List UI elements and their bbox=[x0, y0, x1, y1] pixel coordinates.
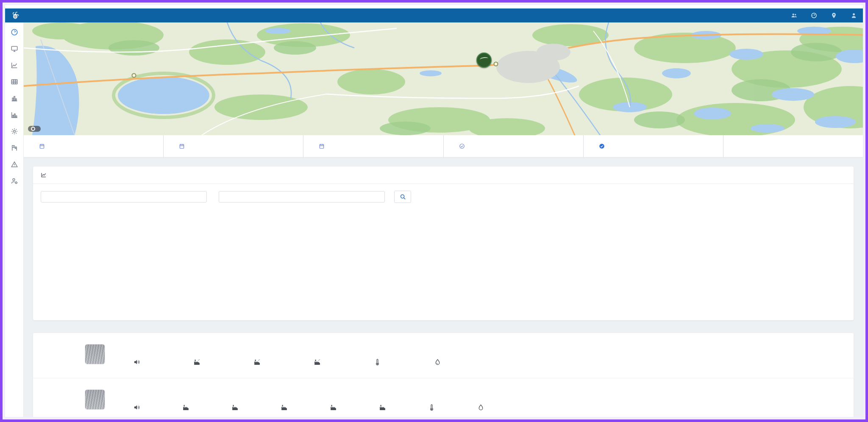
legend-item-sb95mk[interactable] bbox=[424, 312, 436, 313]
sidebar-item-alerts[interactable] bbox=[11, 161, 18, 168]
metric-pm25 bbox=[231, 393, 264, 411]
table-icon bbox=[11, 78, 18, 86]
sidebar-item-histogram[interactable] bbox=[11, 111, 18, 119]
nav-all-users[interactable] bbox=[791, 12, 800, 19]
metric-temperature bbox=[374, 347, 415, 366]
histogram-icon bbox=[11, 111, 18, 119]
navigator-labels bbox=[41, 295, 846, 308]
factory-icon bbox=[379, 404, 386, 411]
metric-pm1 bbox=[314, 347, 354, 366]
sidebar-item-settings[interactable] bbox=[11, 128, 18, 135]
to-date-input[interactable] bbox=[219, 191, 385, 203]
timeseries-chart[interactable] bbox=[41, 210, 846, 285]
gear-icon bbox=[11, 128, 18, 135]
device-identity bbox=[57, 389, 133, 410]
metric-noise bbox=[133, 347, 174, 366]
droplet-icon bbox=[434, 358, 441, 366]
page-frame bbox=[0, 0, 868, 422]
metric-pm10 bbox=[182, 393, 215, 411]
monitor-icon bbox=[11, 45, 18, 53]
status-check-icon bbox=[459, 143, 465, 149]
chart-card-header bbox=[33, 167, 854, 184]
dashboard-gauge-icon bbox=[11, 28, 18, 36]
search-icon bbox=[400, 194, 406, 200]
factory-icon bbox=[231, 404, 239, 411]
nav-profile[interactable] bbox=[851, 12, 857, 19]
sidebar-item-dashboard[interactable] bbox=[11, 28, 18, 36]
chart-navigator[interactable] bbox=[41, 295, 846, 308]
chart-plot-area[interactable] bbox=[33, 205, 854, 320]
speaker-icon bbox=[133, 404, 140, 411]
flags-icon bbox=[11, 144, 18, 152]
sidebar-item-bar-report[interactable] bbox=[11, 94, 18, 102]
installation-marker-2[interactable] bbox=[132, 73, 136, 78]
filter-start[interactable] bbox=[163, 135, 303, 157]
filter-status[interactable] bbox=[443, 135, 583, 157]
historical-chart-card bbox=[33, 167, 854, 320]
person-icon bbox=[851, 12, 857, 19]
line-chart-icon bbox=[11, 61, 18, 69]
filter-installations[interactable] bbox=[583, 135, 723, 157]
top-navigation bbox=[791, 12, 857, 19]
metric-pm10 bbox=[193, 347, 234, 366]
factory-icon bbox=[193, 358, 200, 366]
factory-icon bbox=[253, 358, 261, 366]
top-header bbox=[5, 8, 863, 22]
nav-map[interactable] bbox=[831, 12, 840, 19]
metric-pm0 bbox=[330, 393, 363, 411]
map-tiles bbox=[24, 22, 863, 135]
device-photo bbox=[85, 344, 105, 364]
main-content bbox=[24, 22, 863, 417]
installation-marker[interactable] bbox=[494, 62, 498, 67]
page bbox=[5, 5, 863, 417]
filter-project[interactable] bbox=[24, 135, 163, 157]
legend-item-sba7az[interactable] bbox=[451, 312, 463, 313]
users-icon bbox=[791, 12, 797, 19]
metric-pm25 bbox=[253, 347, 294, 366]
metric-humidity bbox=[434, 347, 475, 366]
factory-icon bbox=[281, 404, 288, 411]
metric-pm1 bbox=[281, 393, 314, 411]
devices-card bbox=[33, 333, 854, 417]
calendar-icon bbox=[179, 143, 185, 149]
sidebar-item-table[interactable] bbox=[11, 78, 18, 86]
sidebar-item-trends[interactable] bbox=[11, 61, 18, 69]
filter-end[interactable] bbox=[303, 135, 443, 157]
sidebar-item-flags[interactable] bbox=[11, 144, 18, 152]
legend-swatch-dark bbox=[451, 312, 460, 313]
x-axis-labels bbox=[41, 286, 846, 292]
metric-temperature bbox=[428, 393, 461, 411]
dashboard-icon bbox=[811, 12, 817, 19]
alert-triangle-icon bbox=[11, 161, 18, 168]
date-range-row bbox=[33, 184, 854, 205]
left-sidebar bbox=[5, 22, 24, 417]
metric-noise bbox=[133, 393, 166, 411]
device-row-2 bbox=[33, 378, 854, 417]
thermometer-icon bbox=[428, 404, 435, 411]
speaker-icon bbox=[133, 358, 140, 366]
device-identity bbox=[57, 344, 133, 369]
mapbox-logo-icon bbox=[31, 127, 35, 131]
bee-logo-icon bbox=[11, 11, 19, 20]
bar-chart-icon bbox=[11, 94, 18, 102]
installation-cluster-marker[interactable] bbox=[476, 53, 492, 68]
map-pin-icon bbox=[831, 12, 837, 19]
mapbox-attribution[interactable] bbox=[28, 126, 41, 132]
legend-swatch-blue bbox=[424, 312, 433, 313]
factory-icon bbox=[182, 404, 189, 411]
window-title bbox=[5, 13, 863, 19]
nav-dashboard[interactable] bbox=[811, 12, 820, 19]
app-logo[interactable] bbox=[11, 11, 22, 20]
metric-co2 bbox=[379, 393, 412, 411]
sidebar-item-devices[interactable] bbox=[11, 45, 18, 53]
factory-icon bbox=[314, 358, 321, 366]
from-date-input[interactable] bbox=[41, 191, 207, 203]
search-button[interactable] bbox=[394, 191, 411, 203]
map[interactable] bbox=[24, 22, 863, 135]
filter-bar bbox=[24, 135, 863, 157]
device-metrics bbox=[133, 344, 475, 366]
calendar-icon bbox=[319, 143, 325, 149]
device-metrics bbox=[133, 389, 510, 411]
chart-title-icon bbox=[41, 172, 47, 178]
sidebar-item-user-admin[interactable] bbox=[11, 177, 18, 185]
